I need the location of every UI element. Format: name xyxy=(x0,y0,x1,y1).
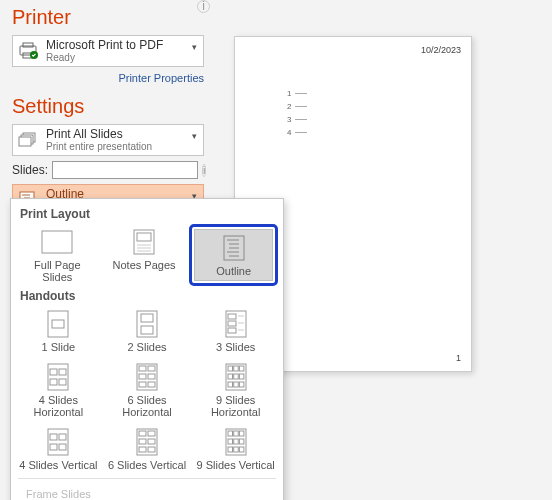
handout-6h[interactable]: 6 Slides Horizontal xyxy=(105,359,190,420)
handout-1-slide[interactable]: 1 Slide xyxy=(16,306,101,356)
handout-6v[interactable]: 6 Slides Vertical xyxy=(105,424,190,474)
notes-pages-icon xyxy=(127,228,161,256)
svg-rect-69 xyxy=(148,447,155,452)
svg-rect-74 xyxy=(228,439,233,444)
printer-icon xyxy=(18,40,40,62)
svg-rect-51 xyxy=(239,366,244,371)
svg-rect-55 xyxy=(228,382,233,387)
settings-section-title: Settings xyxy=(12,95,204,118)
svg-rect-61 xyxy=(50,444,57,450)
layout-notes-pages[interactable]: Notes Pages xyxy=(103,224,186,286)
svg-rect-54 xyxy=(239,374,244,379)
layout-dropdown-popup: Print Layout Full Page Slides Notes Page… xyxy=(10,198,284,500)
layout-outline[interactable]: Outline xyxy=(194,229,273,281)
svg-rect-71 xyxy=(228,431,233,436)
handout-4h-icon xyxy=(41,363,75,391)
chevron-down-icon: ▾ xyxy=(192,42,197,52)
svg-rect-38 xyxy=(59,369,66,375)
handout-9v[interactable]: 9 Slides Vertical xyxy=(193,424,278,474)
svg-rect-40 xyxy=(59,379,66,385)
svg-rect-45 xyxy=(148,374,155,379)
svg-rect-41 xyxy=(137,364,157,390)
slides-label: Slides: xyxy=(12,163,48,177)
svg-rect-64 xyxy=(139,431,146,436)
handout-9h[interactable]: 9 Slides Horizontal xyxy=(193,359,278,420)
print-all-sub: Print entire presentation xyxy=(46,141,152,152)
svg-rect-46 xyxy=(139,382,146,387)
print-layout-label: Print Layout xyxy=(20,207,278,221)
printer-name: Microsoft Print to PDF xyxy=(46,39,163,52)
svg-rect-56 xyxy=(233,382,238,387)
svg-rect-68 xyxy=(139,447,146,452)
print-all-slides-dropdown[interactable]: Print All Slides Print entire presentati… xyxy=(12,124,204,156)
svg-rect-25 xyxy=(52,320,64,328)
outline-page-icon xyxy=(217,234,251,262)
printer-section-title: Printer i xyxy=(12,6,204,29)
handout-1-icon xyxy=(41,310,75,338)
svg-rect-58 xyxy=(48,429,68,455)
svg-rect-48 xyxy=(226,364,246,390)
svg-rect-59 xyxy=(50,434,57,440)
svg-rect-79 xyxy=(239,447,244,452)
svg-rect-36 xyxy=(48,364,68,390)
info-icon[interactable]: i xyxy=(197,0,210,13)
layout-full-page-slides[interactable]: Full Page Slides xyxy=(16,224,99,286)
svg-rect-24 xyxy=(48,311,68,337)
svg-rect-30 xyxy=(228,314,236,319)
handout-3-slides[interactable]: 3 Slides xyxy=(193,306,278,356)
print-all-main: Print All Slides xyxy=(46,128,152,141)
full-page-slide-icon xyxy=(40,228,74,256)
svg-rect-57 xyxy=(239,382,244,387)
svg-rect-66 xyxy=(139,439,146,444)
handout-2-icon xyxy=(130,310,164,338)
svg-rect-73 xyxy=(239,431,244,436)
svg-rect-6 xyxy=(19,137,31,146)
svg-rect-47 xyxy=(148,382,155,387)
svg-rect-44 xyxy=(139,374,146,379)
printer-dropdown[interactable]: Microsoft Print to PDF Ready ▾ xyxy=(12,35,204,67)
handout-4h[interactable]: 4 Slides Horizontal xyxy=(16,359,101,420)
svg-rect-63 xyxy=(137,429,157,455)
option-frame-slides: Frame Slides xyxy=(26,485,272,500)
handout-4v-icon xyxy=(41,428,75,456)
svg-rect-27 xyxy=(141,314,153,322)
svg-rect-65 xyxy=(148,431,155,436)
handout-6v-icon xyxy=(130,428,164,456)
svg-rect-42 xyxy=(139,366,146,371)
svg-rect-49 xyxy=(228,366,233,371)
handout-3-icon xyxy=(219,310,253,338)
svg-rect-43 xyxy=(148,366,155,371)
printer-status: Ready xyxy=(46,52,163,63)
info-icon[interactable]: i xyxy=(202,164,206,177)
preview-date: 10/2/2023 xyxy=(421,45,461,55)
svg-rect-32 xyxy=(228,321,236,326)
stacked-slides-icon xyxy=(18,129,40,151)
svg-rect-14 xyxy=(137,233,151,241)
svg-rect-39 xyxy=(50,379,57,385)
preview-page-number: 1 xyxy=(456,353,461,363)
svg-rect-53 xyxy=(233,374,238,379)
handout-4v[interactable]: 4 Slides Vertical xyxy=(16,424,101,474)
svg-rect-26 xyxy=(137,311,157,337)
handout-2-slides[interactable]: 2 Slides xyxy=(105,306,190,356)
svg-rect-28 xyxy=(141,326,153,334)
svg-rect-37 xyxy=(50,369,57,375)
svg-rect-72 xyxy=(233,431,238,436)
svg-rect-50 xyxy=(233,366,238,371)
svg-rect-62 xyxy=(59,444,66,450)
handout-6h-icon xyxy=(130,363,164,391)
svg-rect-67 xyxy=(148,439,155,444)
svg-rect-77 xyxy=(228,447,233,452)
svg-rect-76 xyxy=(239,439,244,444)
preview-outline-list: 1 2 3 4 xyxy=(287,89,307,137)
svg-rect-60 xyxy=(59,434,66,440)
svg-rect-52 xyxy=(228,374,233,379)
svg-rect-12 xyxy=(42,231,72,253)
svg-rect-34 xyxy=(228,328,236,333)
handout-9h-icon xyxy=(219,363,253,391)
handout-9v-icon xyxy=(219,428,253,456)
slides-input[interactable] xyxy=(52,161,198,179)
svg-rect-75 xyxy=(233,439,238,444)
svg-rect-70 xyxy=(226,429,246,455)
printer-properties-link[interactable]: Printer Properties xyxy=(118,72,204,84)
